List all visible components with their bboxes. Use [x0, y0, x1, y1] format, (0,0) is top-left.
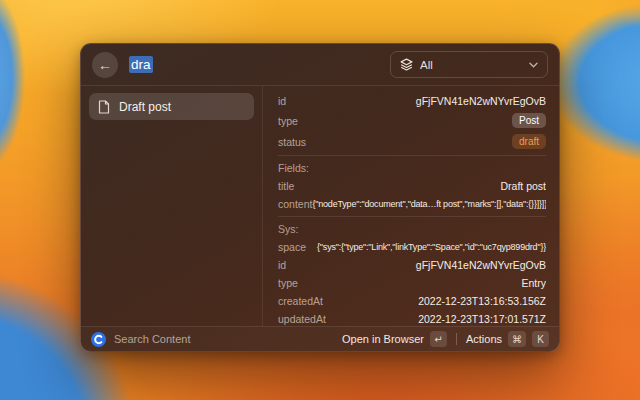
enter-key-hint: ↵ — [430, 331, 447, 347]
detail-row: space {"sys":{"type":"Link","linkType":"… — [278, 238, 546, 256]
list-item-label: Draft post — [119, 100, 171, 114]
type-badge: Post — [512, 113, 546, 128]
detail-row: updatedAt 2022-12-23T13:17:01.571Z — [278, 310, 546, 326]
detail-row: id gFjFVN41eN2wNYvrEgOvB — [278, 92, 546, 110]
detail-panel[interactable]: id gFjFVN41eN2wNYvrEgOvB type Post statu… — [263, 86, 559, 326]
results-list: Draft post — [81, 86, 263, 326]
search-bar: ← dra All — [81, 44, 559, 86]
filter-dropdown-label: All — [420, 59, 433, 71]
document-icon — [98, 100, 110, 114]
detail-row: status draft — [278, 131, 546, 152]
footer-actions: Open in Browser ↵ Actions ⌘ K — [342, 331, 549, 347]
extension-info: Search Content — [91, 332, 190, 347]
back-button[interactable]: ← — [92, 52, 118, 78]
section-header-fields: Fields: — [278, 159, 546, 177]
action-bar: Search Content Open in Browser ↵ Actions… — [81, 326, 559, 351]
footer-divider — [456, 333, 457, 345]
section-divider — [278, 155, 546, 156]
detail-row: id gFjFVN41eN2wNYvrEgOvB — [278, 256, 546, 274]
list-item-draft-post[interactable]: Draft post — [89, 93, 254, 120]
open-in-browser-button[interactable]: Open in Browser — [342, 333, 424, 345]
back-arrow-icon: ← — [98, 52, 112, 78]
content-types-icon — [400, 58, 413, 71]
section-divider — [278, 216, 546, 217]
k-key-hint: K — [532, 331, 549, 347]
detail-row: createdAt 2022-12-23T13:16:53.156Z — [278, 292, 546, 310]
search-text-selected: dra — [129, 56, 153, 73]
filter-dropdown[interactable]: All — [390, 51, 548, 78]
chevron-down-icon — [529, 62, 538, 68]
contentful-logo-icon — [91, 332, 106, 347]
detail-row: title Draft post — [278, 177, 546, 195]
search-input[interactable]: dra — [129, 57, 390, 72]
raycast-window: ← dra All Draft post — [80, 43, 560, 352]
actions-button[interactable]: Actions — [466, 333, 502, 345]
detail-row: type Entry — [278, 274, 546, 292]
section-header-sys: Sys: — [278, 220, 546, 238]
window-body: Draft post id gFjFVN41eN2wNYvrEgOvB type… — [81, 86, 559, 326]
status-badge: draft — [512, 134, 546, 149]
detail-row: content {"nodeType":"document","data…ft … — [278, 195, 546, 213]
cmd-key-hint: ⌘ — [508, 331, 526, 347]
extension-name: Search Content — [114, 333, 190, 345]
detail-row: type Post — [278, 110, 546, 131]
